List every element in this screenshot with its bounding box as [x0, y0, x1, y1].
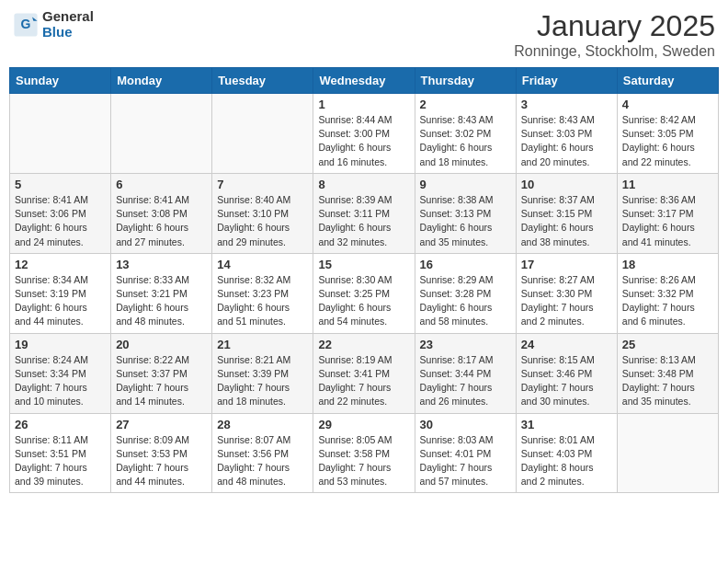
calendar-day-25: 25Sunrise: 8:13 AM Sunset: 3:48 PM Dayli… — [617, 333, 718, 413]
title-area: January 2025 Ronninge, Stockholm, Sweden — [514, 9, 715, 60]
calendar-day-7: 7Sunrise: 8:40 AM Sunset: 3:10 PM Daylig… — [212, 173, 313, 253]
calendar-table: SundayMondayTuesdayWednesdayThursdayFrid… — [9, 67, 719, 493]
calendar-day-30: 30Sunrise: 8:03 AM Sunset: 4:01 PM Dayli… — [415, 413, 516, 493]
calendar-day-23: 23Sunrise: 8:17 AM Sunset: 3:44 PM Dayli… — [415, 333, 516, 413]
col-header-sunday: Sunday — [10, 68, 111, 94]
day-info: Sunrise: 8:09 AM Sunset: 3:53 PM Dayligh… — [116, 433, 207, 489]
calendar-empty-cell — [111, 94, 212, 174]
calendar-day-31: 31Sunrise: 8:01 AM Sunset: 4:03 PM Dayli… — [516, 413, 617, 493]
day-info: Sunrise: 8:42 AM Sunset: 3:05 PM Dayligh… — [622, 113, 713, 169]
col-header-thursday: Thursday — [415, 68, 516, 94]
calendar-week-row: 19Sunrise: 8:24 AM Sunset: 3:34 PM Dayli… — [10, 333, 719, 413]
day-info: Sunrise: 8:37 AM Sunset: 3:15 PM Dayligh… — [521, 193, 612, 249]
calendar-empty-cell — [212, 94, 313, 174]
day-number: 29 — [318, 418, 409, 431]
day-info: Sunrise: 8:38 AM Sunset: 3:13 PM Dayligh… — [420, 193, 511, 249]
day-number: 3 — [521, 98, 612, 111]
logo-general-text: General — [42, 9, 94, 25]
logo: G General Blue — [13, 9, 94, 40]
day-info: Sunrise: 8:19 AM Sunset: 3:41 PM Dayligh… — [318, 353, 409, 409]
calendar-empty-cell — [617, 413, 718, 493]
day-number: 14 — [217, 258, 308, 271]
calendar-week-row: 12Sunrise: 8:34 AM Sunset: 3:19 PM Dayli… — [10, 253, 719, 333]
day-number: 9 — [420, 178, 511, 191]
month-title: January 2025 — [514, 9, 715, 43]
calendar-week-row: 1Sunrise: 8:44 AM Sunset: 3:00 PM Daylig… — [10, 94, 719, 174]
calendar-week-row: 5Sunrise: 8:41 AM Sunset: 3:06 PM Daylig… — [10, 173, 719, 253]
calendar-day-29: 29Sunrise: 8:05 AM Sunset: 3:58 PM Dayli… — [313, 413, 415, 493]
calendar-day-18: 18Sunrise: 8:26 AM Sunset: 3:32 PM Dayli… — [617, 253, 718, 333]
calendar-day-3: 3Sunrise: 8:43 AM Sunset: 3:03 PM Daylig… — [516, 94, 617, 174]
day-number: 4 — [622, 98, 713, 111]
day-number: 28 — [217, 418, 308, 431]
day-info: Sunrise: 8:41 AM Sunset: 3:06 PM Dayligh… — [15, 193, 106, 249]
calendar-day-9: 9Sunrise: 8:38 AM Sunset: 3:13 PM Daylig… — [415, 173, 516, 253]
day-number: 18 — [622, 258, 713, 271]
calendar-day-8: 8Sunrise: 8:39 AM Sunset: 3:11 PM Daylig… — [313, 173, 415, 253]
calendar-day-1: 1Sunrise: 8:44 AM Sunset: 3:00 PM Daylig… — [313, 94, 415, 174]
day-info: Sunrise: 8:17 AM Sunset: 3:44 PM Dayligh… — [420, 353, 511, 409]
day-number: 16 — [420, 258, 511, 271]
day-info: Sunrise: 8:32 AM Sunset: 3:23 PM Dayligh… — [217, 273, 308, 329]
calendar-day-28: 28Sunrise: 8:07 AM Sunset: 3:56 PM Dayli… — [212, 413, 313, 493]
day-number: 2 — [420, 98, 511, 111]
day-info: Sunrise: 8:01 AM Sunset: 4:03 PM Dayligh… — [521, 433, 612, 489]
calendar-week-row: 26Sunrise: 8:11 AM Sunset: 3:51 PM Dayli… — [10, 413, 719, 493]
calendar-day-12: 12Sunrise: 8:34 AM Sunset: 3:19 PM Dayli… — [10, 253, 111, 333]
calendar-day-16: 16Sunrise: 8:29 AM Sunset: 3:28 PM Dayli… — [415, 253, 516, 333]
day-info: Sunrise: 8:22 AM Sunset: 3:37 PM Dayligh… — [116, 353, 207, 409]
calendar-day-24: 24Sunrise: 8:15 AM Sunset: 3:46 PM Dayli… — [516, 333, 617, 413]
day-number: 13 — [116, 258, 207, 271]
calendar-day-5: 5Sunrise: 8:41 AM Sunset: 3:06 PM Daylig… — [10, 173, 111, 253]
page-header: G General Blue January 2025 Ronninge, St… — [9, 9, 719, 60]
day-number: 6 — [116, 178, 207, 191]
col-header-wednesday: Wednesday — [313, 68, 415, 94]
day-number: 19 — [15, 338, 106, 351]
day-number: 22 — [318, 338, 409, 351]
day-number: 23 — [420, 338, 511, 351]
day-info: Sunrise: 8:39 AM Sunset: 3:11 PM Dayligh… — [318, 193, 409, 249]
day-number: 8 — [318, 178, 409, 191]
calendar-day-22: 22Sunrise: 8:19 AM Sunset: 3:41 PM Dayli… — [313, 333, 415, 413]
calendar-day-2: 2Sunrise: 8:43 AM Sunset: 3:02 PM Daylig… — [415, 94, 516, 174]
day-info: Sunrise: 8:07 AM Sunset: 3:56 PM Dayligh… — [217, 433, 308, 489]
day-info: Sunrise: 8:41 AM Sunset: 3:08 PM Dayligh… — [116, 193, 207, 249]
day-info: Sunrise: 8:24 AM Sunset: 3:34 PM Dayligh… — [15, 353, 106, 409]
day-number: 5 — [15, 178, 106, 191]
calendar-day-20: 20Sunrise: 8:22 AM Sunset: 3:37 PM Dayli… — [111, 333, 212, 413]
day-number: 15 — [318, 258, 409, 271]
day-info: Sunrise: 8:40 AM Sunset: 3:10 PM Dayligh… — [217, 193, 308, 249]
calendar-day-13: 13Sunrise: 8:33 AM Sunset: 3:21 PM Dayli… — [111, 253, 212, 333]
day-number: 11 — [622, 178, 713, 191]
logo-blue-text: Blue — [42, 25, 94, 40]
calendar-day-11: 11Sunrise: 8:36 AM Sunset: 3:17 PM Dayli… — [617, 173, 718, 253]
day-info: Sunrise: 8:29 AM Sunset: 3:28 PM Dayligh… — [420, 273, 511, 329]
col-header-monday: Monday — [111, 68, 212, 94]
calendar-day-19: 19Sunrise: 8:24 AM Sunset: 3:34 PM Dayli… — [10, 333, 111, 413]
day-info: Sunrise: 8:27 AM Sunset: 3:30 PM Dayligh… — [521, 273, 612, 329]
calendar-day-14: 14Sunrise: 8:32 AM Sunset: 3:23 PM Dayli… — [212, 253, 313, 333]
day-info: Sunrise: 8:44 AM Sunset: 3:00 PM Dayligh… — [318, 113, 409, 169]
calendar-day-4: 4Sunrise: 8:42 AM Sunset: 3:05 PM Daylig… — [617, 94, 718, 174]
day-number: 17 — [521, 258, 612, 271]
day-info: Sunrise: 8:30 AM Sunset: 3:25 PM Dayligh… — [318, 273, 409, 329]
day-info: Sunrise: 8:34 AM Sunset: 3:19 PM Dayligh… — [15, 273, 106, 329]
day-info: Sunrise: 8:43 AM Sunset: 3:02 PM Dayligh… — [420, 113, 511, 169]
day-info: Sunrise: 8:11 AM Sunset: 3:51 PM Dayligh… — [15, 433, 106, 489]
day-number: 24 — [521, 338, 612, 351]
day-number: 26 — [15, 418, 106, 431]
calendar-day-27: 27Sunrise: 8:09 AM Sunset: 3:53 PM Dayli… — [111, 413, 212, 493]
day-number: 10 — [521, 178, 612, 191]
col-header-saturday: Saturday — [617, 68, 718, 94]
calendar-day-26: 26Sunrise: 8:11 AM Sunset: 3:51 PM Dayli… — [10, 413, 111, 493]
day-number: 7 — [217, 178, 308, 191]
day-info: Sunrise: 8:05 AM Sunset: 3:58 PM Dayligh… — [318, 433, 409, 489]
calendar-day-21: 21Sunrise: 8:21 AM Sunset: 3:39 PM Dayli… — [212, 333, 313, 413]
calendar-day-15: 15Sunrise: 8:30 AM Sunset: 3:25 PM Dayli… — [313, 253, 415, 333]
day-info: Sunrise: 8:03 AM Sunset: 4:01 PM Dayligh… — [420, 433, 511, 489]
day-number: 1 — [318, 98, 409, 111]
location-title: Ronninge, Stockholm, Sweden — [514, 43, 715, 60]
day-number: 21 — [217, 338, 308, 351]
day-number: 25 — [622, 338, 713, 351]
day-number: 30 — [420, 418, 511, 431]
